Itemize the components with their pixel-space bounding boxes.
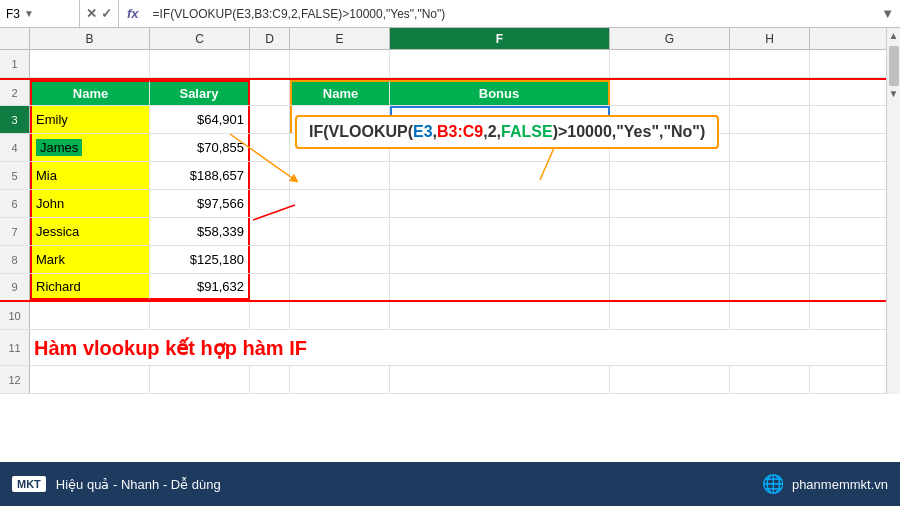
cell-f1[interactable] xyxy=(390,50,610,77)
cell-h5[interactable] xyxy=(730,162,810,189)
cell-ref-label: F3 xyxy=(6,7,20,21)
cell-f9[interactable] xyxy=(390,274,610,300)
cell-g5[interactable] xyxy=(610,162,730,189)
cell-e2[interactable]: Name xyxy=(290,80,390,105)
formula-bar: F3 ▼ ✕ ✓ fx =IF(VLOOKUP(E3,B3:C9,2,FALSE… xyxy=(0,0,900,28)
cell-d12[interactable] xyxy=(250,366,290,393)
fa-suffix: )>10000,"Yes","No") xyxy=(553,123,706,140)
cell-c3[interactable]: $64,901 xyxy=(150,106,250,133)
scroll-thumb[interactable] xyxy=(889,46,899,86)
cell-d6[interactable] xyxy=(250,190,290,217)
cell-h3[interactable] xyxy=(730,106,810,133)
cell-c8[interactable]: $125,180 xyxy=(150,246,250,273)
cell-h6[interactable] xyxy=(730,190,810,217)
cell-g2[interactable] xyxy=(610,80,730,105)
col-header-f[interactable]: F xyxy=(390,28,610,49)
cell-d3[interactable] xyxy=(250,106,290,133)
cell-h10[interactable] xyxy=(730,302,810,329)
row-num-1: 1 xyxy=(0,50,30,77)
cell-d9[interactable] xyxy=(250,274,290,300)
cell-b7[interactable]: Jessica xyxy=(30,218,150,245)
cell-f10[interactable] xyxy=(390,302,610,329)
cell-g1[interactable] xyxy=(610,50,730,77)
col-header-c[interactable]: C xyxy=(150,28,250,49)
cell-f2[interactable]: Bonus xyxy=(390,80,610,105)
row-num-9: 9 xyxy=(0,274,30,300)
james-highlight: James xyxy=(36,139,82,156)
cell-b3[interactable]: Emily xyxy=(30,106,150,133)
cell-g9[interactable] xyxy=(610,274,730,300)
cell-b5[interactable]: Mia xyxy=(30,162,150,189)
scroll-down-button[interactable]: ▼ xyxy=(887,86,901,100)
cell-c6[interactable]: $97,566 xyxy=(150,190,250,217)
cell-d10[interactable] xyxy=(250,302,290,329)
cell-c5[interactable]: $188,657 xyxy=(150,162,250,189)
formula-input[interactable]: =IF(VLOOKUP(E3,B3:C9,2,FALSE)>10000,"Yes… xyxy=(147,7,876,21)
cell-c4[interactable]: $70,855 xyxy=(150,134,250,161)
row-num-8: 8 xyxy=(0,246,30,273)
cell-c2[interactable]: Salary xyxy=(150,80,250,105)
col-header-e[interactable]: E xyxy=(290,28,390,49)
cell-e6[interactable] xyxy=(290,190,390,217)
cell-h4[interactable] xyxy=(730,134,810,161)
cell-c7[interactable]: $58,339 xyxy=(150,218,250,245)
cell-c10[interactable] xyxy=(150,302,250,329)
col-header-b[interactable]: B xyxy=(30,28,150,49)
cell-h1[interactable] xyxy=(730,50,810,77)
scroll-up-button[interactable]: ▲ xyxy=(887,28,901,42)
cell-d5[interactable] xyxy=(250,162,290,189)
cell-d1[interactable] xyxy=(250,50,290,77)
cell-d8[interactable] xyxy=(250,246,290,273)
row-num-11: 11 xyxy=(0,330,30,365)
cell-f8[interactable] xyxy=(390,246,610,273)
cell-b4[interactable]: James xyxy=(30,134,150,161)
cell-c1[interactable] xyxy=(150,50,250,77)
bottom-left-section: MKT Hiệu quả - Nhanh - Dễ dùng xyxy=(12,476,221,492)
col-header-d[interactable]: D xyxy=(250,28,290,49)
cell-g7[interactable] xyxy=(610,218,730,245)
cell-e5[interactable] xyxy=(290,162,390,189)
cell-c12[interactable] xyxy=(150,366,250,393)
cell-d4[interactable] xyxy=(250,134,290,161)
cell-e12[interactable] xyxy=(290,366,390,393)
cell-b12[interactable] xyxy=(30,366,150,393)
cell-f6[interactable] xyxy=(390,190,610,217)
cell-e8[interactable] xyxy=(290,246,390,273)
vertical-scrollbar[interactable]: ▲ ▼ xyxy=(886,28,900,394)
cell-g12[interactable] xyxy=(610,366,730,393)
cell-reference-box[interactable]: F3 ▼ xyxy=(0,0,80,27)
cell-b11[interactable]: Hàm vlookup kết hợp hàm IF xyxy=(30,330,490,365)
cell-d7[interactable] xyxy=(250,218,290,245)
cell-e1[interactable] xyxy=(290,50,390,77)
cell-ref-dropdown-icon[interactable]: ▼ xyxy=(24,8,34,19)
cell-h8[interactable] xyxy=(730,246,810,273)
cell-f12[interactable] xyxy=(390,366,610,393)
cancel-icon[interactable]: ✕ xyxy=(86,6,97,21)
cell-g8[interactable] xyxy=(610,246,730,273)
cell-e7[interactable] xyxy=(290,218,390,245)
cell-e10[interactable] xyxy=(290,302,390,329)
col-header-h[interactable]: H xyxy=(730,28,810,49)
cell-h12[interactable] xyxy=(730,366,810,393)
cell-e9[interactable] xyxy=(290,274,390,300)
cell-f7[interactable] xyxy=(390,218,610,245)
cell-b8[interactable]: Mark xyxy=(30,246,150,273)
cell-h2[interactable] xyxy=(730,80,810,105)
cell-d2[interactable] xyxy=(250,80,290,105)
cell-b10[interactable] xyxy=(30,302,150,329)
cell-b6[interactable]: John xyxy=(30,190,150,217)
table-row: 7 Jessica $58,339 xyxy=(0,218,886,246)
cell-b1[interactable] xyxy=(30,50,150,77)
formula-dropdown-icon[interactable]: ▼ xyxy=(875,6,900,21)
cell-h7[interactable] xyxy=(730,218,810,245)
cell-h9[interactable] xyxy=(730,274,810,300)
cell-g10[interactable] xyxy=(610,302,730,329)
cell-b2[interactable]: Name xyxy=(30,80,150,105)
cell-b9[interactable]: Richard xyxy=(30,274,150,300)
cell-c9[interactable]: $91,632 xyxy=(150,274,250,300)
row-num-10: 10 xyxy=(0,302,30,329)
col-header-g[interactable]: G xyxy=(610,28,730,49)
cell-g6[interactable] xyxy=(610,190,730,217)
cell-f5[interactable] xyxy=(390,162,610,189)
confirm-icon[interactable]: ✓ xyxy=(101,6,112,21)
